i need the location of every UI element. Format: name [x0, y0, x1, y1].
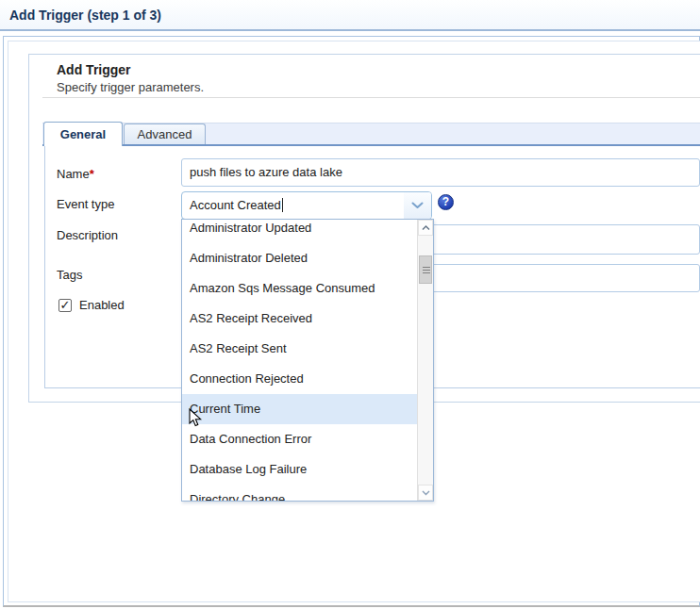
scrollbar-thumb[interactable] — [419, 255, 432, 284]
name-label: Name* — [57, 168, 94, 181]
required-asterisk: * — [90, 167, 94, 181]
help-icon[interactable]: ? — [438, 194, 454, 210]
scrollbar-grip-icon — [423, 267, 430, 273]
tags-label: Tags — [57, 269, 82, 282]
scrollbar-down-button[interactable] — [418, 485, 433, 501]
event-type-combobox[interactable]: Account Created — [181, 191, 432, 220]
list-item[interactable]: Data Connection Error — [182, 424, 417, 454]
list-item[interactable]: Database Log Failure — [182, 454, 417, 485]
dropdown-items: Administrator Updated Administrator Dele… — [182, 219, 417, 502]
description-label: Description — [57, 229, 118, 242]
list-item[interactable]: Administrator Updated — [182, 219, 417, 243]
enabled-label: Enabled — [79, 299, 125, 312]
list-item[interactable]: Administrator Deleted — [182, 243, 417, 273]
event-type-value[interactable]: Account Created — [190, 192, 283, 219]
event-type-label: Event type — [57, 198, 114, 211]
list-item[interactable]: AS2 Receipt Sent — [182, 334, 417, 364]
enabled-checkbox[interactable]: ✓ — [58, 299, 72, 312]
dropdown-scrollbar[interactable] — [417, 220, 433, 501]
list-item[interactable]: Connection Rejected — [182, 364, 417, 394]
list-item[interactable]: AS2 Receipt Received — [182, 304, 417, 334]
combo-dropdown-button[interactable] — [404, 192, 431, 219]
name-input[interactable]: push files to azure data lake — [181, 158, 700, 187]
heading-separator — [42, 97, 700, 98]
scrollbar-up-button[interactable] — [418, 220, 433, 236]
list-item[interactable]: Directory Change — [182, 485, 417, 502]
tab-advanced[interactable]: Advanced — [124, 123, 206, 144]
step-heading: Add Trigger — [57, 62, 131, 77]
mouse-cursor-icon — [189, 408, 202, 432]
tabstrip-underline — [42, 144, 700, 146]
add-trigger-dialog: Add Trigger (step 1 of 3) Add Trigger Sp… — [0, 0, 700, 609]
tab-general[interactable]: General — [43, 122, 123, 146]
list-item-highlighted[interactable]: Current Time — [182, 394, 417, 424]
list-item[interactable]: Amazon Sqs Message Consumed — [182, 273, 417, 304]
step-subheading: Specify trigger parameters. — [57, 80, 204, 94]
event-type-dropdown-list: Administrator Updated Administrator Dele… — [181, 219, 434, 502]
dialog-title: Add Trigger (step 1 of 3) — [9, 8, 161, 23]
text-caret — [282, 198, 283, 212]
dialog-titlebar: Add Trigger (step 1 of 3) — [0, 0, 700, 31]
